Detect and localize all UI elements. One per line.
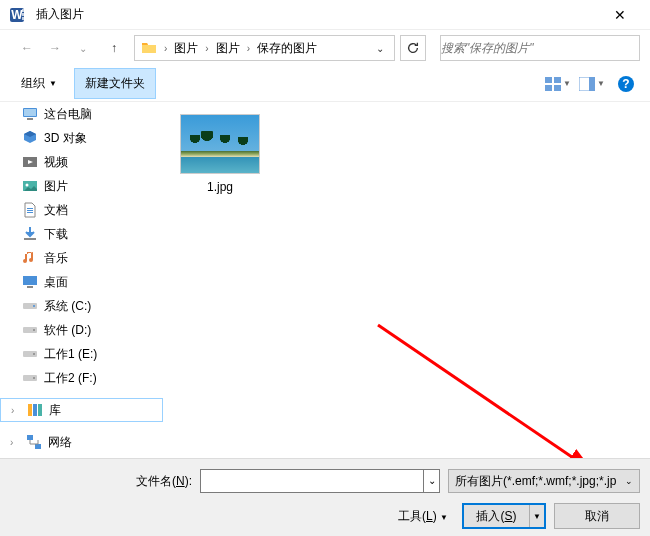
breadcrumb-sep: › [202,43,211,54]
chevron-right-icon: › [11,405,21,416]
new-folder-button[interactable]: 新建文件夹 [74,68,156,99]
annotation-arrow [373,320,603,480]
svg-rect-6 [554,77,561,83]
forward-button[interactable]: → [44,37,66,59]
svg-rect-32 [38,404,42,416]
video-icon [22,154,38,170]
sidebar-item-pictures[interactable]: 图片 [0,174,163,198]
sidebar-item-label: 工作1 (E:) [44,346,97,363]
title-bar: W 插入图片 ✕ [0,0,650,30]
music-icon [22,250,38,266]
cancel-button[interactable]: 取消 [554,503,640,529]
desktop-icon [22,274,38,290]
breadcrumb-item[interactable]: 保存的图片 [257,40,317,57]
3d-icon [22,130,38,146]
chevron-right-icon: › [10,437,20,448]
breadcrumb-bar[interactable]: › 图片 › 图片 › 保存的图片 ⌄ [134,35,395,61]
sidebar-item-network[interactable]: › 网络 [0,430,163,454]
main-area: 这台电脑 3D 对象 视频 图片 文档 下载 音乐 桌面 [0,102,650,502]
breadcrumb-dropdown[interactable]: ⌄ [372,43,388,54]
svg-rect-21 [27,286,33,288]
sidebar-item-label: 音乐 [44,250,68,267]
sidebar-item-documents[interactable]: 文档 [0,198,163,222]
preview-pane-button[interactable]: ▼ [578,73,606,95]
svg-rect-30 [28,404,32,416]
breadcrumb-item[interactable]: 图片 [216,40,240,57]
svg-text:?: ? [622,77,629,91]
drive-icon [22,346,38,362]
sidebar-item-drive-e[interactable]: 工作1 (E:) [0,342,163,366]
chevron-down-icon: ▼ [49,79,57,88]
organize-button[interactable]: 组织 ▼ [10,68,68,99]
chevron-down-icon: ⌄ [625,476,633,486]
svg-rect-33 [27,435,33,440]
window-title: 插入图片 [36,6,600,23]
chevron-down-icon: ▼ [563,79,571,88]
sidebar-item-3d[interactable]: 3D 对象 [0,126,163,150]
svg-rect-15 [27,118,33,120]
svg-rect-5 [545,77,552,83]
svg-text:W: W [11,8,23,22]
breadcrumb-item[interactable]: 图片 [174,40,198,57]
svg-rect-31 [33,404,37,416]
breadcrumb-sep: › [161,43,170,54]
svg-rect-4 [22,17,27,20]
breadcrumb-sep: › [244,43,253,54]
svg-rect-34 [35,444,41,449]
sidebar-item-label: 3D 对象 [44,130,87,147]
toolbar: 组织 ▼ 新建文件夹 ▼ ▼ ? [0,66,650,102]
filetype-filter[interactable]: 所有图片(*.emf;*.wmf;*.jpg;*.jp ⌄ [448,469,640,493]
pc-icon [22,106,38,122]
pictures-icon [22,178,38,194]
view-mode-button[interactable]: ▼ [544,73,572,95]
sidebar-item-desktop[interactable]: 桌面 [0,270,163,294]
sidebar-item-label: 系统 (C:) [44,298,91,315]
insert-button[interactable]: 插入(S) ▼ [462,503,546,529]
recent-dropdown[interactable]: ⌄ [72,37,94,59]
sidebar[interactable]: 这台电脑 3D 对象 视频 图片 文档 下载 音乐 桌面 [0,102,163,502]
svg-rect-14 [24,109,36,116]
svg-rect-8 [554,85,561,91]
sidebar-item-label: 桌面 [44,274,68,291]
svg-rect-7 [545,85,552,91]
svg-rect-19 [24,238,36,240]
sidebar-item-videos[interactable]: 视频 [0,150,163,174]
sidebar-item-music[interactable]: 音乐 [0,246,163,270]
filename-input[interactable] [200,469,424,493]
drive-icon [22,322,38,338]
navigation-bar: ← → ⌄ ↑ › 图片 › 图片 › 保存的图片 ⌄ [0,30,650,66]
tools-button[interactable]: 工具(L) ▼ [398,508,448,525]
file-item[interactable]: 1.jpg [175,114,265,194]
file-name: 1.jpg [175,180,265,194]
sidebar-item-drive-d[interactable]: 软件 (D:) [0,318,163,342]
search-input[interactable] [441,41,611,55]
file-list[interactable]: 1.jpg [163,102,650,502]
sidebar-item-drive-c[interactable]: 系统 (C:) [0,294,163,318]
refresh-button[interactable] [400,35,426,61]
sidebar-item-label: 文档 [44,202,68,219]
search-box[interactable] [440,35,640,61]
back-button[interactable]: ← [16,37,38,59]
sidebar-item-drive-f[interactable]: 工作2 (F:) [0,366,163,390]
up-button[interactable]: ↑ [104,38,124,58]
sidebar-item-label: 视频 [44,154,68,171]
chevron-down-icon: ▼ [597,79,605,88]
filter-text: 所有图片(*.emf;*.wmf;*.jpg;*.jp [455,473,625,490]
documents-icon [22,202,38,218]
download-icon [22,226,38,242]
help-button[interactable]: ? [612,73,640,95]
sidebar-item-this-pc[interactable]: 这台电脑 [0,102,163,126]
sidebar-item-label: 下载 [44,226,68,243]
filename-label: 文件名(N): [136,473,192,490]
organize-label: 组织 [21,75,45,92]
svg-rect-3 [22,13,27,16]
filename-dropdown[interactable]: ⌄ [424,469,440,493]
library-icon [27,402,43,418]
folder-icon [141,40,157,56]
sidebar-item-libraries[interactable]: › 库 [0,398,163,422]
insert-button-main[interactable]: 插入(S) [464,505,530,527]
sidebar-item-label: 图片 [44,178,68,195]
insert-button-dropdown[interactable]: ▼ [530,505,544,527]
close-button[interactable]: ✕ [600,1,640,29]
sidebar-item-downloads[interactable]: 下载 [0,222,163,246]
